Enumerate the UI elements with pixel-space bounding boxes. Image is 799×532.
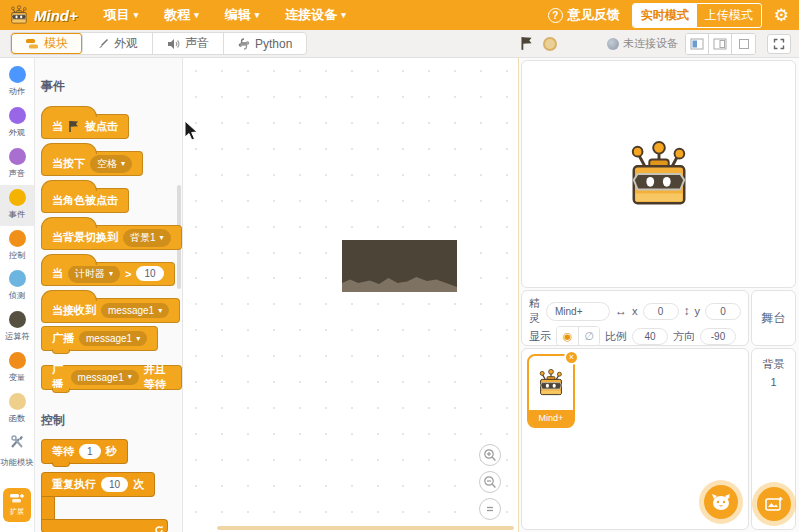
add-sprite-button[interactable] <box>704 485 738 519</box>
block-dropdown-value: 空格 <box>97 157 117 171</box>
x-value-field[interactable]: 0 <box>643 303 679 320</box>
stage-large-button[interactable] <box>709 34 732 54</box>
category-item-4[interactable]: 控制 <box>0 226 34 266</box>
direction-value-field[interactable]: -90 <box>700 328 736 345</box>
menu-tutorial[interactable]: 教程 ▾ <box>164 6 199 24</box>
realtime-mode-button[interactable]: 实时模式 <box>633 4 697 27</box>
category-color-dot <box>9 311 26 328</box>
app-logo-text: Mind+ <box>34 7 78 24</box>
question-icon: ? <box>548 8 563 23</box>
palette-block[interactable]: 广播message1▾并且等待 <box>41 365 182 390</box>
menu-connect-device[interactable]: 连接设备 ▾ <box>285 6 346 24</box>
palette-block[interactable]: 当计时器▾>10 <box>41 262 175 286</box>
sprite-info-row-1: 精灵 ↔ x 0 ↕ y 0 <box>529 296 741 326</box>
category-label: 外观 <box>9 127 26 139</box>
hidden-icon[interactable]: ∅ <box>578 327 599 345</box>
extension-button[interactable]: 扩展 <box>3 488 31 522</box>
category-label: 运算符 <box>5 331 30 343</box>
upload-mode-button[interactable]: 上传模式 <box>697 4 761 27</box>
block-dropdown[interactable]: message1▾ <box>71 370 139 385</box>
sprite-list: × Mind+ <box>521 348 749 530</box>
add-sprite-icon <box>711 493 731 511</box>
palette-block[interactable]: 广播message1▾ <box>41 326 158 351</box>
backdrop-panel[interactable]: 背景 1 <box>751 348 796 530</box>
tab-blocks[interactable]: 模块 <box>11 33 83 54</box>
fullscreen-button[interactable] <box>767 34 791 54</box>
stage-large-icon <box>713 38 727 50</box>
stage-hidden-button[interactable] <box>732 34 755 54</box>
palette-block[interactable]: 当接收到message1▾ <box>41 298 180 323</box>
category-item-7[interactable]: 变量 <box>0 348 34 389</box>
category-color-dot <box>9 393 26 410</box>
y-value-field[interactable]: 0 <box>705 303 741 320</box>
stage-small-button[interactable] <box>686 34 709 54</box>
feedback-button[interactable]: ? 意见反馈 <box>548 6 620 24</box>
tab-costumes[interactable]: 外观 <box>83 33 153 54</box>
block-dropdown[interactable]: 计时器▾ <box>68 266 120 283</box>
zoom-out-button[interactable] <box>479 471 501 493</box>
category-color-dot <box>9 66 26 83</box>
block-text: 重复执行 <box>52 477 96 492</box>
menu-project[interactable]: 项目 ▾ <box>104 6 139 24</box>
category-item-6[interactable]: 运算符 <box>0 307 34 348</box>
block-dropdown[interactable]: 空格▾ <box>90 155 132 173</box>
scale-label: 比例 <box>605 329 627 344</box>
category-item-9[interactable]: 功能模块 <box>0 430 34 474</box>
horizontal-scrollbar[interactable] <box>217 526 514 530</box>
add-backdrop-icon <box>765 496 783 512</box>
sprite-on-stage[interactable] <box>620 141 698 209</box>
palette-block[interactable]: 当角色被点击 <box>41 188 129 213</box>
menu-edit[interactable]: 编辑 ▾ <box>225 6 260 24</box>
zoom-reset-button[interactable] <box>479 498 501 520</box>
tab-sounds[interactable]: 声音 <box>153 33 224 54</box>
device-icon <box>607 38 619 50</box>
flag-icon[interactable] <box>520 36 534 51</box>
category-sidebar: 动作外观声音事件控制侦测运算符变量函数功能模块 扩展 <box>0 58 35 532</box>
sprite-thumbnail <box>529 356 573 410</box>
block-dropdown[interactable]: message1▾ <box>79 331 147 346</box>
block-number-input[interactable]: 1 <box>79 444 101 459</box>
gear-icon[interactable]: ⚙ <box>774 7 789 24</box>
stage-viewport[interactable] <box>521 60 796 288</box>
zoom-in-button[interactable] <box>479 444 501 466</box>
category-item-0[interactable]: 动作 <box>0 62 34 103</box>
category-item-3[interactable]: 事件 <box>0 185 34 226</box>
category-sidebar-items: 动作外观声音事件控制侦测运算符变量函数功能模块 <box>0 62 34 474</box>
mode-toggle: 实时模式 上传模式 <box>632 3 762 28</box>
category-item-8[interactable]: 函数 <box>0 389 34 430</box>
y-label: y <box>695 305 701 317</box>
palette-block[interactable]: 当按下空格▾ <box>41 151 143 176</box>
tools-icon <box>9 434 25 454</box>
sprite-name-input[interactable] <box>546 302 610 321</box>
palette-block[interactable]: 当背景切换到背景1▾ <box>41 225 182 250</box>
sprite-info-row-2: 显示 ◉ ∅ 比例 40 方向 -90 <box>529 326 741 346</box>
palette-block[interactable]: 重复执行10次 <box>41 472 182 532</box>
stage-title-card[interactable]: 舞台 <box>751 290 796 346</box>
category-label: 控制 <box>9 250 26 262</box>
delete-sprite-icon[interactable]: × <box>564 350 579 365</box>
block-dropdown-value: 背景1 <box>130 231 156 245</box>
palette-block[interactable]: 等待1秒 <box>41 439 128 464</box>
app-logo[interactable]: Mind+ <box>8 5 78 25</box>
category-color-dot <box>9 352 26 369</box>
block-dropdown[interactable]: message1▾ <box>101 303 169 318</box>
add-backdrop-button[interactable] <box>757 487 791 521</box>
category-item-2[interactable]: 声音 <box>0 144 34 185</box>
category-label: 功能模块 <box>0 457 33 469</box>
sprite-card-mindplus[interactable]: × Mind+ <box>527 354 575 428</box>
run-controls <box>520 36 557 51</box>
block-number-input[interactable]: 10 <box>136 266 163 281</box>
block-text: 并且等待 <box>144 362 171 392</box>
block-number-input[interactable]: 10 <box>101 477 128 492</box>
script-workspace[interactable] <box>183 58 518 532</box>
device-status[interactable]: 未连接设备 <box>607 36 678 51</box>
block-dropdown[interactable]: 背景1▾ <box>123 229 171 247</box>
visible-icon[interactable]: ◉ <box>557 327 578 345</box>
category-item-1[interactable]: 外观 <box>0 103 34 144</box>
visibility-toggle: ◉ ∅ <box>556 326 600 346</box>
stop-icon[interactable] <box>543 37 557 51</box>
category-item-5[interactable]: 侦测 <box>0 266 34 307</box>
tab-python[interactable]: Python <box>224 33 306 54</box>
scale-value-field[interactable]: 40 <box>632 328 668 345</box>
palette-block[interactable]: 当被点击 <box>41 114 129 139</box>
